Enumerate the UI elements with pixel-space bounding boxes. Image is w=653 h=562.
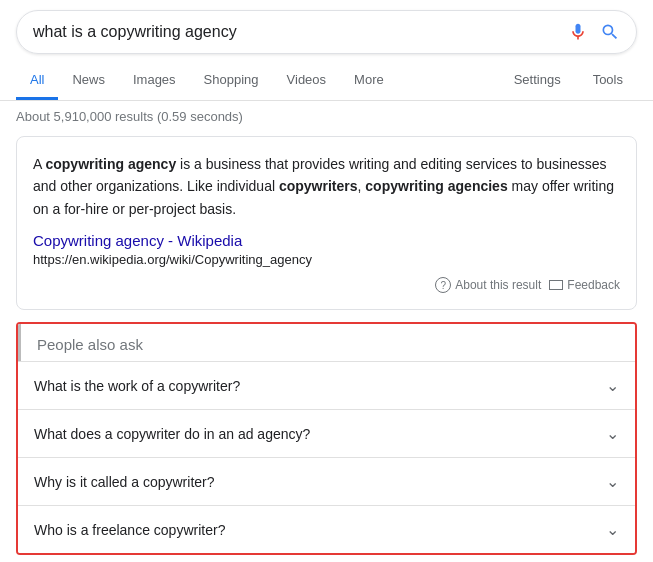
paa-question-4: Who is a freelance copywriter? (34, 522, 225, 538)
nav-tabs: All News Images Shopping Videos More Set… (0, 62, 653, 101)
paa-question-3: Why is it called a copywriter? (34, 474, 215, 490)
search-icon[interactable] (600, 22, 620, 42)
tab-shopping[interactable]: Shopping (190, 62, 273, 100)
tab-settings[interactable]: Settings (500, 62, 575, 100)
tab-more[interactable]: More (340, 62, 398, 100)
paa-item-2[interactable]: What does a copywriter do in an ad agenc… (18, 409, 635, 457)
search-bar-container (0, 0, 653, 54)
chevron-down-icon-4: ⌄ (606, 520, 619, 539)
snippet-feedback-link[interactable]: Feedback (549, 278, 620, 292)
snippet-footer: ? About this result Feedback (33, 277, 620, 293)
chevron-down-icon-1: ⌄ (606, 376, 619, 395)
tab-videos[interactable]: Videos (273, 62, 341, 100)
chevron-down-icon-2: ⌄ (606, 424, 619, 443)
paa-item-1[interactable]: What is the work of a copywriter? ⌄ (18, 361, 635, 409)
about-result[interactable]: ? About this result (435, 277, 541, 293)
search-bar (16, 10, 637, 54)
snippet-text: A copywriting agency is a business that … (33, 153, 620, 220)
results-info: About 5,910,000 results (0.59 seconds) (0, 101, 653, 132)
paa-question-2: What does a copywriter do in an ad agenc… (34, 426, 310, 442)
info-icon: ? (435, 277, 451, 293)
tab-news[interactable]: News (58, 62, 119, 100)
search-input[interactable] (33, 23, 568, 41)
nav-right: Settings Tools (500, 62, 637, 100)
paa-item-3[interactable]: Why is it called a copywriter? ⌄ (18, 457, 635, 505)
tab-all[interactable]: All (16, 62, 58, 100)
paa-title: People also ask (18, 324, 635, 361)
chevron-down-icon-3: ⌄ (606, 472, 619, 491)
featured-snippet: A copywriting agency is a business that … (16, 136, 637, 310)
search-icons (568, 22, 620, 42)
feedback-icon (549, 280, 563, 290)
paa-question-1: What is the work of a copywriter? (34, 378, 240, 394)
snippet-url: https://en.wikipedia.org/wiki/Copywritin… (33, 252, 312, 267)
paa-item-4[interactable]: Who is a freelance copywriter? ⌄ (18, 505, 635, 553)
mic-icon[interactable] (568, 22, 588, 42)
people-also-ask-section: People also ask What is the work of a co… (16, 322, 637, 555)
snippet-link[interactable]: Copywriting agency - Wikipedia (33, 232, 620, 249)
tab-tools[interactable]: Tools (579, 62, 637, 100)
tab-images[interactable]: Images (119, 62, 190, 100)
